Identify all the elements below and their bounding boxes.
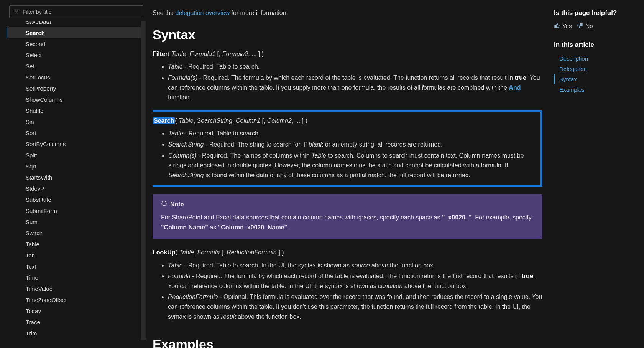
intro-pre: See the [153,10,176,16]
delegation-overview-link[interactable]: delegation overview [176,10,230,16]
sidebar-item-split[interactable]: Split [7,150,141,161]
feedback-no-label: No [585,23,593,29]
sidebar-item-table[interactable]: Table [7,239,141,250]
sidebar-item-sin[interactable]: Sin [7,116,141,127]
lookup-signature: LookUp( Table, Formula [, ReductionFormu… [153,247,542,257]
heading-syntax: Syntax [153,27,542,42]
search-fname: Search [153,117,175,124]
feedback-no-button[interactable]: No [577,22,593,30]
nav-list: SaveDataSearchSecondSelectSetSetFocusSet… [7,21,141,340]
sidebar-item-shuffle[interactable]: Shuffle [7,105,141,116]
sidebar-item-tan[interactable]: Tan [7,250,141,261]
toc-item-syntax[interactable]: Syntax [554,74,640,84]
info-icon [161,200,167,209]
sidebar-item-savedata[interactable]: SaveData [7,21,141,27]
note-body: For SharePoint and Excel data sources th… [161,213,534,232]
note-header: Note [161,200,534,209]
helpful-title: Is this page helpful? [554,9,640,17]
toc-item-delegation[interactable]: Delegation [554,64,640,74]
sidebar-item-submitform[interactable]: SubmitForm [7,205,141,216]
toc-item-examples[interactable]: Examples [554,84,640,95]
feedback-yes-button[interactable]: Yes [554,22,572,30]
sidebar-item-time[interactable]: Time [7,272,141,283]
sidebar-item-timezoneoffset[interactable]: TimeZoneOffset [7,294,141,305]
svg-point-2 [164,202,164,203]
arg-table: Table [168,63,183,70]
feedback-yes-label: Yes [562,23,572,29]
sidebar-item-sum[interactable]: Sum [7,216,141,228]
sidebar: SaveDataSearchSecondSelectSetSetFocusSet… [0,0,153,348]
toc-title: In this article [554,41,640,49]
sidebar-item-select[interactable]: Select [7,49,141,61]
sidebar-item-switch[interactable]: Switch [7,228,141,239]
filter-signature: Filter( Table, Formula1 [, Formula2, ...… [153,49,542,59]
right-pane: Is this page helpful? Yes No In this art… [554,0,644,348]
filter-fname: Filter [153,51,168,57]
filter-bullets: Table - Required. Table to search. Formu… [153,62,542,102]
feedback-row: Yes No [554,22,640,30]
sidebar-item-showcolumns[interactable]: ShowColumns [7,94,141,105]
sidebar-item-timevalue[interactable]: TimeValue [7,283,141,294]
sidebar-item-search[interactable]: Search [7,27,141,38]
sidebar-item-startswith[interactable]: StartsWith [7,172,141,183]
toc-list: DescriptionDelegationSyntaxExamples [554,53,640,95]
sidebar-item-trimends[interactable]: TrimEnds [7,339,141,340]
thumbs-up-icon [554,22,560,30]
sidebar-item-sqrt[interactable]: Sqrt [7,161,141,172]
heading-examples: Examples [153,337,542,348]
search-bullets: Table - Required. Table to search. Searc… [153,129,534,180]
note-callout: Note For SharePoint and Excel data sourc… [153,194,542,239]
toc-item-description[interactable]: Description [554,53,640,64]
arg-formulas: Formula(s) [168,74,197,81]
sidebar-item-substitute[interactable]: Substitute [7,194,141,205]
scrollbar-thumb[interactable] [141,202,145,263]
sidebar-item-trace[interactable]: Trace [7,317,141,328]
filter-input[interactable] [9,5,143,18]
search-signature: Search( Table, SearchString, Column1 [, … [153,116,534,126]
sidebar-item-second[interactable]: Second [7,38,141,49]
search-highlight-box: Search( Table, SearchString, Column1 [, … [153,110,542,188]
lookup-fname: LookUp [153,249,176,256]
sidebar-item-set[interactable]: Set [7,61,141,72]
note-label: Note [170,200,184,209]
nav-scroll[interactable]: SaveDataSearchSecondSelectSetSetFocusSet… [7,21,146,340]
and-link[interactable]: And [509,84,521,91]
thumbs-down-icon [577,22,583,30]
sidebar-item-setfocus[interactable]: SetFocus [7,72,141,83]
sidebar-item-today[interactable]: Today [7,305,141,317]
filter-wrap [9,5,143,18]
intro-post: for more information. [231,10,288,16]
sidebar-item-stdevp[interactable]: StdevP [7,183,141,194]
intro-para: See the delegation overview for more inf… [153,8,542,18]
sidebar-item-text[interactable]: Text [7,261,141,272]
content: See the delegation overview for more inf… [153,0,554,348]
lookup-bullets: Table - Required. Table to search. In th… [153,261,542,322]
sidebar-item-sortbycolumns[interactable]: SortByColumns [7,139,141,150]
sidebar-item-setproperty[interactable]: SetProperty [7,83,141,94]
sidebar-item-sort[interactable]: Sort [7,127,141,139]
sidebar-item-trim[interactable]: Trim [7,328,141,339]
